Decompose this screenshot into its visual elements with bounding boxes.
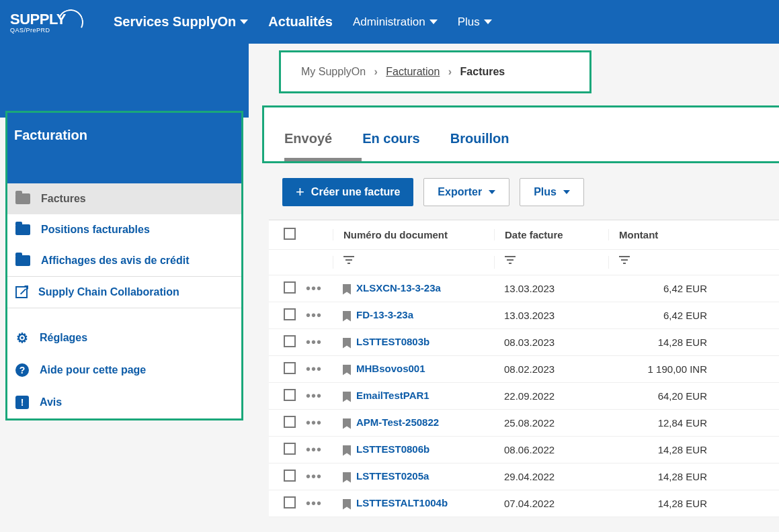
col-header-date[interactable]: Date facture [494,229,608,240]
document-link[interactable]: LSTTEST0205a [356,470,429,482]
cell-date: 25.08.2022 [494,417,608,429]
nav-actualites[interactable]: Actualités [268,14,333,30]
sidebar-item-factures[interactable]: Factures [7,183,241,214]
tab-brouillon[interactable]: Brouillon [450,131,509,161]
logo[interactable]: SUPPLY QAS/PrePRD [10,9,83,35]
more-button[interactable]: Plus [520,178,584,206]
cell-amount: 64,20 EUR [608,390,719,402]
cell-amount: 14,28 EUR [608,471,719,482]
row-actions-icon[interactable]: ••• [306,442,322,457]
chevron-down-icon [429,19,438,24]
row-checkbox[interactable] [284,308,296,320]
export-button[interactable]: Exporter [423,178,509,206]
cell-amount: 14,28 EUR [608,498,719,509]
sidebar-item-aide[interactable]: ? Aide pour cette page [7,354,241,386]
row-checkbox[interactable] [284,281,296,294]
cell-date: 22.09.2022 [494,390,608,402]
invoice-table: Numéro du document Date facture Montant … [269,220,779,517]
breadcrumb-root[interactable]: My SupplyOn [301,66,366,77]
sidebar: Facturation Factures Positions facturabl… [5,111,243,420]
external-link-icon [15,286,28,298]
table-header: Numéro du document Date facture Montant [269,220,779,250]
col-header-doc[interactable]: Numéro du document [333,229,494,240]
filter-icon[interactable] [619,256,631,266]
sidebar-item-reglages[interactable]: ⚙ Réglages [7,322,241,354]
table-row: •••EmailTestPAR122.09.202264,20 EUR [269,383,779,410]
sidebar-title: Facturation [7,113,241,183]
filter-icon[interactable] [505,256,517,266]
table-row: •••FD-13-3-23a13.03.20236,42 EUR [269,302,779,329]
sidebar-item-scc[interactable]: Supply Chain Collaboration [7,277,241,308]
row-actions-icon[interactable]: ••• [306,469,322,484]
bookmark-icon [343,392,351,402]
sidebar-item-avis[interactable]: ! Avis [7,386,241,418]
row-actions-icon[interactable]: ••• [306,415,322,430]
row-actions-icon[interactable]: ••• [306,281,322,296]
folder-icon [15,224,30,235]
document-link[interactable]: APM-Test-250822 [356,416,439,428]
sidebar-item-avis-credit[interactable]: Affichages des avis de crédit [7,245,241,276]
table-row: •••MHBsovos00108.02.20231 190,00 INR [269,356,779,383]
table-row: •••LSTTEST0806b08.06.202214,28 EUR [269,437,779,463]
tabs-box: Envoyé En cours Brouillon [262,105,779,163]
row-checkbox[interactable] [284,362,296,374]
cell-amount: 12,84 EUR [608,417,719,429]
cell-date: 08.02.2023 [494,363,608,375]
row-actions-icon[interactable]: ••• [306,335,322,349]
top-nav: Services SupplyOn Actualités Administrat… [114,14,492,30]
bookmark-icon [343,445,351,456]
document-link[interactable]: LSTTEST0806b [356,443,429,455]
nav-plus[interactable]: Plus [458,14,492,30]
breadcrumb-current: Factures [460,66,505,77]
document-link[interactable]: MHBsovos001 [356,363,425,374]
folder-icon [15,255,30,266]
document-link[interactable]: LSTTESTALT1004b [356,497,448,508]
row-actions-icon[interactable]: ••• [306,361,322,376]
select-all-checkbox[interactable] [284,228,296,240]
gear-icon: ⚙ [15,331,29,345]
row-actions-icon[interactable]: ••• [306,388,322,403]
cell-amount: 6,42 EUR [608,283,719,294]
document-link[interactable]: LSTTEST0803b [356,336,429,347]
chevron-down-icon [240,19,248,24]
table-row: •••LSTTEST0803b08.03.202314,28 EUR [269,329,779,356]
breadcrumb: My SupplyOn › Facturation › Factures [301,66,569,78]
row-checkbox[interactable] [284,416,296,428]
chevron-down-icon [563,190,570,194]
col-header-amount[interactable]: Montant [608,229,719,240]
row-checkbox[interactable] [284,443,296,455]
filter-icon[interactable] [343,256,356,266]
cell-date: 29.04.2022 [494,471,608,482]
document-link[interactable]: EmailTestPAR1 [356,390,429,401]
create-invoice-button[interactable]: + Créer une facture [282,178,413,206]
tab-indicator [284,158,362,161]
chevron-right-icon: › [448,66,452,77]
table-filter-row [269,250,779,275]
bookmark-icon [343,472,351,483]
row-checkbox[interactable] [284,335,296,347]
document-link[interactable]: FD-13-3-23a [356,309,413,320]
bookmark-icon [343,311,351,322]
tab-envoye[interactable]: Envoyé [284,131,332,161]
breadcrumb-parent[interactable]: Facturation [386,66,440,77]
row-actions-icon[interactable]: ••• [306,308,322,322]
toolbar: + Créer une facture Exporter Plus [282,178,779,206]
table-row: •••APM-Test-25082225.08.202212,84 EUR [269,410,779,437]
nav-administration[interactable]: Administration [353,14,438,30]
document-link[interactable]: XLSXCN-13-3-23a [356,282,441,294]
tab-encours[interactable]: En cours [362,131,420,161]
cell-amount: 14,28 EUR [608,337,719,348]
bookmark-icon [343,418,351,429]
row-actions-icon[interactable]: ••• [306,496,322,511]
bookmark-icon [343,338,351,349]
row-checkbox[interactable] [284,470,296,482]
table-row: •••XLSXCN-13-3-23a13.03.20236,42 EUR [269,275,779,302]
row-checkbox[interactable] [284,389,296,401]
nav-services[interactable]: Services SupplyOn [114,14,248,30]
help-icon: ? [15,363,29,377]
row-checkbox[interactable] [284,496,296,508]
chevron-right-icon: › [374,66,378,77]
logo-sub: QAS/PrePRD [10,27,66,34]
bookmark-icon [343,365,351,375]
sidebar-item-positions[interactable]: Positions facturables [7,214,241,245]
